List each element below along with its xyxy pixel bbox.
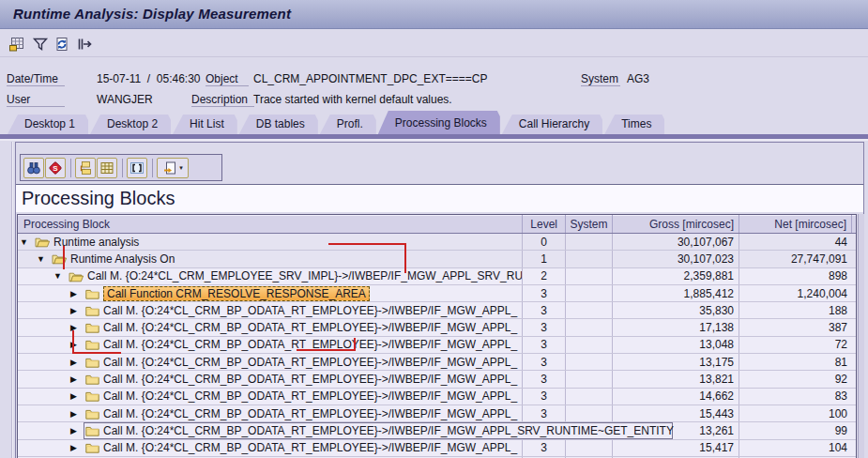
net-cell: 81 xyxy=(739,354,852,370)
system-cell xyxy=(566,371,613,387)
column-header-net-mircosec[interactable]: Net [mircosec] xyxy=(739,215,852,233)
red-annotation-mark xyxy=(72,330,74,354)
tab-db-tables[interactable]: DB tables xyxy=(239,114,318,134)
processing-block-cell: ▶Call M. {O:24*CL_CRM_BP_ODATA_RT_EMPLOY… xyxy=(18,354,523,370)
expander-right-icon[interactable]: ▶ xyxy=(70,289,85,298)
refresh-button[interactable] xyxy=(52,34,71,53)
level-cell: 3 xyxy=(523,337,566,353)
net-cell: 27,747,091 xyxy=(739,251,852,267)
column-header-level[interactable]: Level xyxy=(523,215,566,233)
user-label: User xyxy=(7,93,65,107)
toolbar-separator xyxy=(152,159,153,177)
refresh-icon xyxy=(53,36,70,53)
expander-down-icon[interactable]: ▼ xyxy=(20,237,35,247)
level-cell: 3 xyxy=(523,389,566,405)
net-cell: 92 xyxy=(739,371,852,387)
filter-button[interactable] xyxy=(30,34,50,53)
table-row[interactable]: ▼Call M. {O:24*CL_CRM_EMPLOYEE_SRV_IMPL}… xyxy=(18,268,856,285)
column-header-processing-block[interactable]: Processing Block xyxy=(18,215,523,233)
column-header-gross-mircosec[interactable]: Gross [mircosec] xyxy=(613,215,739,233)
tab-desktop-2[interactable]: Desktop 2 xyxy=(90,114,171,134)
tab-desktop-1[interactable]: Desktop 1 xyxy=(8,114,88,134)
processing-block-cell: ▼Runtime Analysis On xyxy=(18,251,523,267)
tab-call-hierarchy[interactable]: Call Hierarchy xyxy=(502,114,602,134)
column-header-system[interactable]: System xyxy=(566,215,613,233)
processing-block-text: Call M. {O:24*CL_CRM_BP_ODATA_RT_EMPLOYE… xyxy=(103,424,674,437)
level-cell: 3 xyxy=(523,302,566,318)
gross-cell: 15,417 xyxy=(613,440,739,456)
export-button[interactable]: ▾ xyxy=(157,158,189,178)
level-cell: 3 xyxy=(523,354,566,370)
find-next-icon: S xyxy=(48,160,63,176)
processing-block-cell: ▶Call M. {O:24*CL_CRM_BP_ODATA_RT_EMPLOY… xyxy=(18,405,523,421)
cell-tooltip-overlay: Call M. {O:24*CL_CRM_BP_ODATA_RT_EMPLOYE… xyxy=(84,422,673,438)
system-cell xyxy=(566,268,613,284)
net-cell: 72 xyxy=(739,337,852,353)
vertical-scrollbar[interactable] xyxy=(858,214,864,458)
tab-processing-blocks[interactable]: Processing Blocks xyxy=(378,111,500,134)
find-button[interactable] xyxy=(23,158,44,178)
expander-right-icon[interactable]: ▶ xyxy=(70,391,85,401)
processing-block-cell: ▶Call M. {O:24*CL_CRM_BP_ODATA_RT_EMPLOY… xyxy=(18,337,523,353)
select-block-button[interactable] xyxy=(127,158,147,178)
expander-right-icon[interactable]: ▶ xyxy=(70,358,85,367)
description-label: Description xyxy=(191,93,254,107)
sap-window: Runtime Analysis: Display Measurement Da… xyxy=(0,0,868,458)
table-row[interactable]: ▶Call M. {O:24*CL_CRM_BP_ODATA_RT_EMPLOY… xyxy=(18,389,856,405)
folder-closed-icon xyxy=(85,305,99,316)
tab-times[interactable]: Times xyxy=(604,114,664,134)
processing-block-text: Call M. {O:24*CL_CRM_EMPLOYEE_SRV_IMPL}-… xyxy=(87,269,523,282)
system-cell xyxy=(566,234,613,250)
expander-right-icon[interactable]: ▶ xyxy=(70,374,85,384)
net-cell: 1,240,004 xyxy=(739,285,852,301)
table-row[interactable]: ▼Runtime Analysis On130,107,02327,747,09… xyxy=(18,251,856,267)
table-row[interactable]: ▶Call M. {O:24*CL_CRM_BP_ODATA_RT_EMPLOY… xyxy=(18,371,856,388)
table-row[interactable]: ▼Runtime analysis030,107,06744 xyxy=(18,234,856,251)
find-next-button[interactable]: S xyxy=(45,158,66,178)
expander-right-icon[interactable]: ▶ xyxy=(70,443,85,452)
expand-subtree-button[interactable] xyxy=(75,158,96,178)
tab-hit-list[interactable]: Hit List xyxy=(173,114,237,134)
measurement-overview-button[interactable] xyxy=(7,34,26,53)
table-view-button[interactable] xyxy=(97,158,117,178)
system-cell xyxy=(566,354,613,370)
table-row[interactable]: ▶Call M. {O:24*CL_CRM_BP_ODATA_RT_EMPLOY… xyxy=(18,354,856,371)
net-cell: 104 xyxy=(739,440,852,456)
table-row[interactable]: ▶Call M. {O:24*CL_CRM_BP_ODATA_RT_EMPLOY… xyxy=(18,337,856,354)
system-label: System xyxy=(581,72,620,86)
level-cell: 3 xyxy=(523,285,566,301)
net-cell: 83 xyxy=(739,389,852,405)
gross-cell: 1,885,412 xyxy=(613,285,739,301)
table-row[interactable]: ▶Call Function CRM_RESOLVE_RESPONSE_AREA… xyxy=(18,285,856,302)
level-cell: 3 xyxy=(523,405,566,421)
tab-profl[interactable]: Profl. xyxy=(320,114,376,134)
expander-right-icon[interactable]: ▶ xyxy=(70,306,85,315)
toolbar-separator xyxy=(122,159,123,177)
measurement-overview-icon xyxy=(8,36,25,53)
expander-down-icon[interactable]: ▼ xyxy=(53,271,69,281)
table-row[interactable]: ▶Call M. {O:24*CL_CRM_BP_ODATA_RT_EMPLOY… xyxy=(18,422,856,439)
tab-strip: Desktop 1Desktop 2Hit ListDB tablesProfl… xyxy=(8,111,666,134)
table-row[interactable]: ▶Call M. {O:24*CL_CRM_BP_ODATA_RT_EMPLOY… xyxy=(18,302,856,319)
processing-block-cell: ▶Call M. {O:24*CL_CRM_BP_ODATA_RT_EMPLOY… xyxy=(18,422,523,438)
level-cell: 3 xyxy=(523,371,566,387)
table-row[interactable]: ▶Call M. {O:24*CL_CRM_BP_ODATA_RT_EMPLOY… xyxy=(18,319,856,336)
table-row[interactable]: ▶Call M. {O:24*CL_CRM_BP_ODATA_RT_EMPLOY… xyxy=(18,440,856,457)
gross-cell: 13,821 xyxy=(613,371,739,387)
table-row[interactable]: ▶Call M. {O:24*CL_CRM_BP_ODATA_RT_EMPLOY… xyxy=(18,405,856,422)
folder-closed-icon xyxy=(85,322,99,333)
section-heading: Processing Blocks xyxy=(22,188,175,209)
gross-cell: 17,138 xyxy=(613,319,739,335)
gross-cell: 30,107,067 xyxy=(613,234,739,250)
expander-right-icon[interactable]: ▶ xyxy=(70,409,85,419)
expander-down-icon[interactable]: ▼ xyxy=(37,254,52,264)
folder-open-icon xyxy=(69,270,84,282)
processing-block-text: Runtime Analysis On xyxy=(70,252,175,266)
processing-blocks-toolbar: S ▾ xyxy=(20,154,222,181)
header-info: Date/Time 15-07-11 / 05:46:30 Object CL_… xyxy=(0,58,868,111)
net-cell: 188 xyxy=(739,302,852,318)
processing-block-text: Call M. {O:24*CL_CRM_BP_ODATA_RT_EMPLOYE… xyxy=(103,321,517,334)
exit-button[interactable] xyxy=(74,34,94,53)
red-annotation-mark xyxy=(63,246,65,269)
system-cell xyxy=(566,440,613,456)
